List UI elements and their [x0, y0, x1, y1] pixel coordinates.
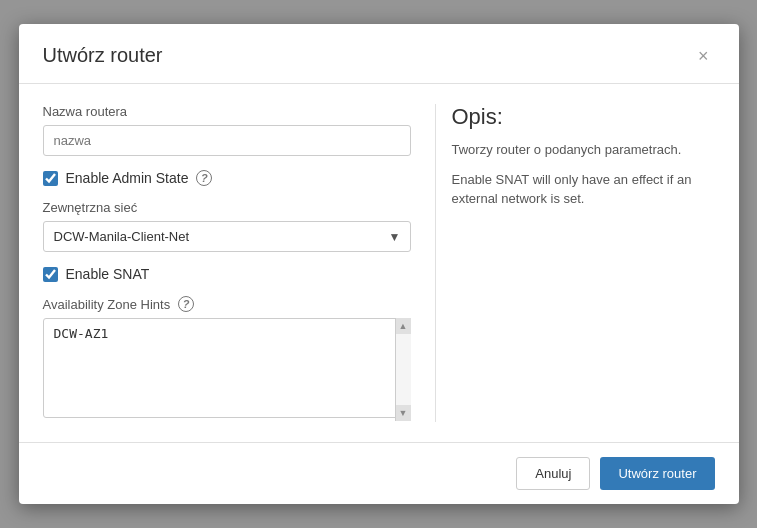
availability-zone-wrapper: DCW-AZ1 ▲ ▼: [43, 318, 411, 421]
router-name-input[interactable]: [43, 125, 411, 156]
enable-snat-checkbox[interactable]: [43, 267, 58, 282]
description-title: Opis:: [452, 104, 715, 130]
submit-button[interactable]: Utwórz router: [600, 457, 714, 490]
router-name-label: Nazwa routera: [43, 104, 411, 119]
enable-admin-state-label: Enable Admin State: [66, 170, 189, 186]
scroll-up-arrow[interactable]: ▲: [396, 318, 411, 334]
scroll-track: [396, 334, 411, 405]
cancel-button[interactable]: Anuluj: [516, 457, 590, 490]
availability-zone-label: Availability Zone Hints: [43, 297, 171, 312]
right-panel: Opis: Tworzy router o podanych parametra…: [435, 104, 715, 422]
availability-zone-help-icon[interactable]: ?: [178, 296, 194, 312]
external-network-field: Zewnętrzna sieć DCW-Manila-Client-Net ▼: [43, 200, 411, 252]
modal-footer: Anuluj Utwórz router: [19, 442, 739, 504]
external-network-wrapper: DCW-Manila-Client-Net ▼: [43, 221, 411, 252]
enable-snat-row: Enable SNAT: [43, 266, 411, 282]
description-line2: Enable SNAT will only have an effect if …: [452, 170, 715, 209]
external-network-label: Zewnętrzna sieć: [43, 200, 411, 215]
modal-body: Nazwa routera Enable Admin State ? Zewnę…: [19, 84, 739, 442]
create-router-modal: Utwórz router × Nazwa routera Enable Adm…: [19, 24, 739, 504]
textarea-scrollbar: ▲ ▼: [395, 318, 411, 421]
availability-zone-textarea[interactable]: DCW-AZ1: [43, 318, 411, 418]
modal-overlay: Utwórz router × Nazwa routera Enable Adm…: [0, 0, 757, 528]
scroll-down-arrow[interactable]: ▼: [396, 405, 411, 421]
modal-title: Utwórz router: [43, 44, 163, 67]
external-network-select[interactable]: DCW-Manila-Client-Net: [43, 221, 411, 252]
enable-admin-state-row: Enable Admin State ?: [43, 170, 411, 186]
admin-state-help-icon[interactable]: ?: [196, 170, 212, 186]
close-button[interactable]: ×: [692, 45, 715, 67]
availability-zone-field: Availability Zone Hints ? DCW-AZ1 ▲ ▼: [43, 296, 411, 421]
router-name-field: Nazwa routera: [43, 104, 411, 156]
left-panel: Nazwa routera Enable Admin State ? Zewnę…: [43, 104, 411, 422]
modal-header: Utwórz router ×: [19, 24, 739, 84]
enable-snat-label: Enable SNAT: [66, 266, 150, 282]
description-line1: Tworzy router o podanych parametrach.: [452, 140, 715, 160]
enable-admin-state-checkbox[interactable]: [43, 171, 58, 186]
